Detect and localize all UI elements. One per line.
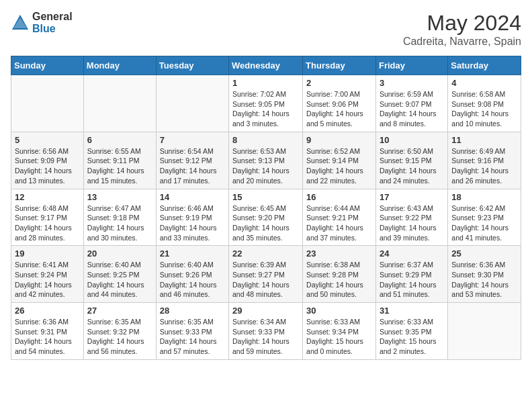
day-info: Sunrise: 6:58 AM Sunset: 9:08 PM Dayligh… xyxy=(451,89,517,129)
day-info: Sunrise: 7:00 AM Sunset: 9:06 PM Dayligh… xyxy=(306,89,372,129)
calendar-cell xyxy=(156,75,228,132)
calendar-cell: 25Sunrise: 6:36 AM Sunset: 9:30 PM Dayli… xyxy=(448,246,521,303)
calendar-cell: 5Sunrise: 6:56 AM Sunset: 9:09 PM Daylig… xyxy=(11,132,84,189)
day-number: 9 xyxy=(306,135,372,145)
calendar-cell: 22Sunrise: 6:39 AM Sunset: 9:27 PM Dayli… xyxy=(229,246,303,303)
day-info: Sunrise: 6:33 AM Sunset: 9:34 PM Dayligh… xyxy=(306,317,372,357)
day-number: 5 xyxy=(15,135,80,145)
calendar-cell: 29Sunrise: 6:34 AM Sunset: 9:33 PM Dayli… xyxy=(229,303,303,360)
day-number: 17 xyxy=(380,192,444,202)
day-number: 28 xyxy=(160,306,225,316)
day-info: Sunrise: 6:56 AM Sunset: 9:09 PM Dayligh… xyxy=(15,146,80,186)
day-number: 6 xyxy=(87,135,152,145)
day-info: Sunrise: 6:54 AM Sunset: 9:12 PM Dayligh… xyxy=(160,146,225,186)
day-number: 26 xyxy=(15,306,80,316)
calendar-cell: 27Sunrise: 6:35 AM Sunset: 9:32 PM Dayli… xyxy=(83,303,156,360)
calendar-cell: 3Sunrise: 6:59 AM Sunset: 9:07 PM Daylig… xyxy=(375,75,447,132)
calendar-cell: 1Sunrise: 7:02 AM Sunset: 9:05 PM Daylig… xyxy=(229,75,303,132)
calendar-cell: 2Sunrise: 7:00 AM Sunset: 9:06 PM Daylig… xyxy=(303,75,376,132)
calendar-cell: 28Sunrise: 6:35 AM Sunset: 9:33 PM Dayli… xyxy=(156,303,228,360)
day-info: Sunrise: 6:59 AM Sunset: 9:07 PM Dayligh… xyxy=(380,89,444,129)
col-saturday: Saturday xyxy=(448,56,521,75)
day-number: 7 xyxy=(160,135,225,145)
calendar-cell: 9Sunrise: 6:52 AM Sunset: 9:14 PM Daylig… xyxy=(303,132,376,189)
day-number: 29 xyxy=(232,306,299,316)
location-subtitle: Cadreita, Navarre, Spain xyxy=(403,36,521,48)
day-number: 19 xyxy=(15,248,80,259)
svg-marker-1 xyxy=(13,17,27,28)
day-info: Sunrise: 6:38 AM Sunset: 9:28 PM Dayligh… xyxy=(306,260,372,300)
day-info: Sunrise: 6:49 AM Sunset: 9:16 PM Dayligh… xyxy=(451,146,517,186)
day-number: 18 xyxy=(451,192,517,202)
logo-text-blue: Blue xyxy=(32,23,73,35)
calendar-cell: 12Sunrise: 6:48 AM Sunset: 9:17 PM Dayli… xyxy=(11,189,84,246)
day-number: 14 xyxy=(160,192,225,202)
day-info: Sunrise: 6:41 AM Sunset: 9:24 PM Dayligh… xyxy=(15,260,80,300)
col-tuesday: Tuesday xyxy=(156,56,228,75)
calendar-cell xyxy=(11,75,84,132)
day-number: 25 xyxy=(451,248,517,259)
calendar-cell: 20Sunrise: 6:40 AM Sunset: 9:25 PM Dayli… xyxy=(83,246,156,303)
day-info: Sunrise: 6:46 AM Sunset: 9:19 PM Dayligh… xyxy=(160,203,225,243)
day-info: Sunrise: 6:39 AM Sunset: 9:27 PM Dayligh… xyxy=(232,260,299,300)
page-header: General Blue May 2024 Cadreita, Navarre,… xyxy=(11,11,521,48)
day-number: 23 xyxy=(306,248,372,259)
calendar-cell: 10Sunrise: 6:50 AM Sunset: 9:15 PM Dayli… xyxy=(375,132,447,189)
day-number: 1 xyxy=(232,78,299,88)
day-number: 30 xyxy=(306,306,372,316)
day-info: Sunrise: 6:44 AM Sunset: 9:21 PM Dayligh… xyxy=(306,203,372,243)
day-number: 12 xyxy=(15,192,80,202)
col-thursday: Thursday xyxy=(303,56,376,75)
day-info: Sunrise: 6:53 AM Sunset: 9:13 PM Dayligh… xyxy=(232,146,299,186)
calendar-cell: 6Sunrise: 6:55 AM Sunset: 9:11 PM Daylig… xyxy=(83,132,156,189)
calendar-cell: 19Sunrise: 6:41 AM Sunset: 9:24 PM Dayli… xyxy=(11,246,84,303)
calendar-cell: 7Sunrise: 6:54 AM Sunset: 9:12 PM Daylig… xyxy=(156,132,228,189)
calendar-week-row: 26Sunrise: 6:36 AM Sunset: 9:31 PM Dayli… xyxy=(11,303,521,360)
calendar-cell: 21Sunrise: 6:40 AM Sunset: 9:26 PM Dayli… xyxy=(156,246,228,303)
col-wednesday: Wednesday xyxy=(229,56,303,75)
day-number: 21 xyxy=(160,248,225,259)
logo-icon xyxy=(11,13,30,32)
day-number: 10 xyxy=(380,135,444,145)
logo-text-general: General xyxy=(32,11,73,23)
calendar-cell xyxy=(83,75,156,132)
day-info: Sunrise: 6:35 AM Sunset: 9:33 PM Dayligh… xyxy=(160,317,225,357)
day-number: 11 xyxy=(451,135,517,145)
calendar-cell: 17Sunrise: 6:43 AM Sunset: 9:22 PM Dayli… xyxy=(375,189,447,246)
day-info: Sunrise: 6:36 AM Sunset: 9:30 PM Dayligh… xyxy=(451,260,517,300)
day-info: Sunrise: 6:40 AM Sunset: 9:25 PM Dayligh… xyxy=(87,260,152,300)
calendar-week-row: 5Sunrise: 6:56 AM Sunset: 9:09 PM Daylig… xyxy=(11,132,521,189)
day-info: Sunrise: 6:36 AM Sunset: 9:31 PM Dayligh… xyxy=(15,317,80,357)
calendar-cell: 23Sunrise: 6:38 AM Sunset: 9:28 PM Dayli… xyxy=(303,246,376,303)
calendar-week-row: 12Sunrise: 6:48 AM Sunset: 9:17 PM Dayli… xyxy=(11,189,521,246)
col-monday: Monday xyxy=(83,56,156,75)
day-number: 4 xyxy=(451,78,517,88)
calendar-cell: 24Sunrise: 6:37 AM Sunset: 9:29 PM Dayli… xyxy=(375,246,447,303)
day-info: Sunrise: 6:48 AM Sunset: 9:17 PM Dayligh… xyxy=(15,203,80,243)
day-number: 27 xyxy=(87,306,152,316)
title-block: May 2024 Cadreita, Navarre, Spain xyxy=(403,11,521,48)
day-info: Sunrise: 6:55 AM Sunset: 9:11 PM Dayligh… xyxy=(87,146,152,186)
calendar-cell: 15Sunrise: 6:45 AM Sunset: 9:20 PM Dayli… xyxy=(229,189,303,246)
day-info: Sunrise: 6:52 AM Sunset: 9:14 PM Dayligh… xyxy=(306,146,372,186)
calendar-cell: 26Sunrise: 6:36 AM Sunset: 9:31 PM Dayli… xyxy=(11,303,84,360)
day-number: 24 xyxy=(380,248,444,259)
day-info: Sunrise: 6:37 AM Sunset: 9:29 PM Dayligh… xyxy=(380,260,444,300)
calendar-cell: 18Sunrise: 6:42 AM Sunset: 9:23 PM Dayli… xyxy=(448,189,521,246)
day-info: Sunrise: 6:45 AM Sunset: 9:20 PM Dayligh… xyxy=(232,203,299,243)
col-sunday: Sunday xyxy=(11,56,84,75)
day-info: Sunrise: 6:33 AM Sunset: 9:35 PM Dayligh… xyxy=(380,317,444,357)
day-info: Sunrise: 7:02 AM Sunset: 9:05 PM Dayligh… xyxy=(232,89,299,129)
day-info: Sunrise: 6:35 AM Sunset: 9:32 PM Dayligh… xyxy=(87,317,152,357)
day-number: 13 xyxy=(87,192,152,202)
calendar-cell: 14Sunrise: 6:46 AM Sunset: 9:19 PM Dayli… xyxy=(156,189,228,246)
calendar-cell: 16Sunrise: 6:44 AM Sunset: 9:21 PM Dayli… xyxy=(303,189,376,246)
day-number: 3 xyxy=(380,78,444,88)
calendar-cell: 11Sunrise: 6:49 AM Sunset: 9:16 PM Dayli… xyxy=(448,132,521,189)
calendar-week-row: 1Sunrise: 7:02 AM Sunset: 9:05 PM Daylig… xyxy=(11,75,521,132)
calendar-table: Sunday Monday Tuesday Wednesday Thursday… xyxy=(11,56,521,360)
calendar-header-row: Sunday Monday Tuesday Wednesday Thursday… xyxy=(11,56,521,75)
day-info: Sunrise: 6:43 AM Sunset: 9:22 PM Dayligh… xyxy=(380,203,444,243)
day-number: 16 xyxy=(306,192,372,202)
col-friday: Friday xyxy=(375,56,447,75)
